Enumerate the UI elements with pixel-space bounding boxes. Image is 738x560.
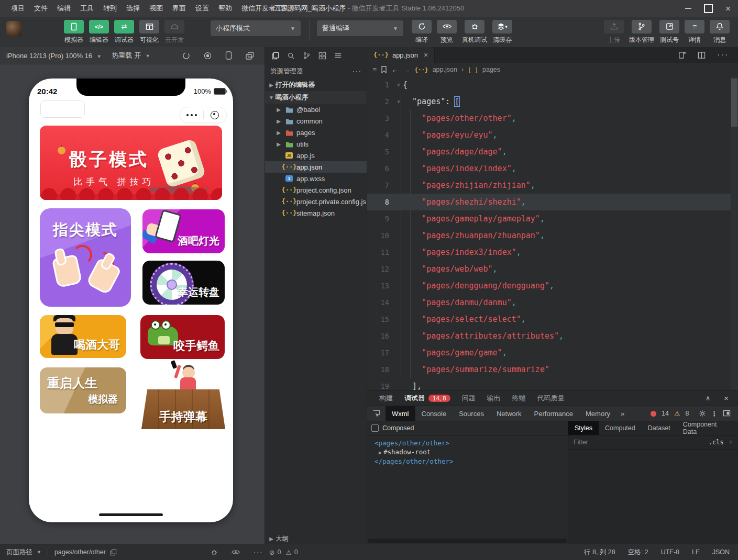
code-line-12[interactable]: 12 "pages/web/web", <box>367 261 731 277</box>
code-line-5[interactable]: 5 "pages/dage/dage", <box>367 143 731 160</box>
panel-tab-3[interactable]: 问题 <box>456 390 481 406</box>
panel-tab-4[interactable]: 输出 <box>481 390 506 406</box>
code-line-14[interactable]: 14 "pages/danmu/danmu", <box>367 294 731 311</box>
tile-restart-life[interactable]: 重启人生 模拟器 <box>40 367 126 413</box>
code-line-7[interactable]: 7 "pages/zhijian/zhijian", <box>367 177 731 194</box>
dom-close-tag[interactable]: </pages/other/other> <box>374 457 568 466</box>
collapse-panel-icon[interactable]: ∧ <box>706 394 711 402</box>
detach-window-icon[interactable] <box>246 52 254 60</box>
code-line-2[interactable]: 2∨ "pages": [ <box>367 93 731 110</box>
menu-item-1[interactable]: 项目 <box>6 4 29 13</box>
miniprogram-capsule[interactable] <box>180 107 227 123</box>
code-line-9[interactable]: 9 "pages/gameplay/gameplay", <box>367 210 731 227</box>
toggle-class-button[interactable]: .cls <box>709 439 724 446</box>
outline-section[interactable]: ▶ 大纲 <box>265 533 367 544</box>
code-line-15[interactable]: 15 "pages/select/select", <box>367 311 731 328</box>
device-debug-button[interactable]: 真机调试 <box>462 20 487 44</box>
maximize-button[interactable] <box>698 0 718 17</box>
dock-window-icon[interactable] <box>723 410 731 417</box>
panel-tab-6[interactable]: 代码质量 <box>532 390 570 406</box>
encoding[interactable]: UTF-8 <box>661 548 679 556</box>
menu-item-10[interactable]: 帮助 <box>214 4 237 13</box>
inspect-element-icon[interactable] <box>367 410 385 418</box>
dom-shadow-root[interactable]: ▶#shadow-root <box>374 447 568 457</box>
more-tabs-icon[interactable]: » <box>616 410 629 418</box>
page-path-label[interactable]: 页面路径 <box>6 548 32 557</box>
upload-button[interactable]: 上传 <box>604 20 624 44</box>
code-line-13[interactable]: 13 "pages/dengguang/dengguang", <box>367 277 731 294</box>
more-icon[interactable] <box>180 114 203 116</box>
composed-toggle[interactable]: Composed <box>367 421 568 435</box>
menu-item-11[interactable]: 微信开发者工具 <box>237 4 294 13</box>
file-common[interactable]: ▶common <box>265 115 367 127</box>
eol[interactable]: LF <box>692 548 700 556</box>
eye-icon[interactable] <box>232 549 240 555</box>
preview-button[interactable]: 预览 <box>437 20 457 44</box>
code-line-18[interactable]: 18 "pages/summarize/summarize" <box>367 361 731 378</box>
exit-icon[interactable] <box>204 111 227 119</box>
split-editor-icon[interactable] <box>698 51 706 59</box>
file-pages[interactable]: ▶pages <box>265 127 367 138</box>
tile-fingertip-mode[interactable]: 指尖模式 <box>40 208 131 307</box>
bookmark-icon[interactable] <box>381 66 387 73</box>
devtools-tab-console[interactable]: Console <box>415 406 453 421</box>
source-control-icon[interactable] <box>303 52 311 60</box>
forward-icon[interactable]: → <box>403 65 410 74</box>
code-line-1[interactable]: 1∨{ <box>367 76 731 93</box>
dom-tree[interactable]: <pages/other/other> ▶#shadow-root </page… <box>367 435 568 466</box>
file-app.js[interactable]: JSapp.js <box>265 150 367 161</box>
version-control-button[interactable]: 版本管理 <box>629 20 654 44</box>
clear-cache-button[interactable]: ▾清缓存 <box>492 20 512 44</box>
indentation[interactable]: 空格: 2 <box>628 548 648 557</box>
code-line-17[interactable]: 17 "pages/game/game", <box>367 344 731 361</box>
file-@babel[interactable]: ▶@babel <box>265 104 367 115</box>
details-button[interactable]: ≡详情 <box>685 20 704 44</box>
tile-bar-light[interactable]: 酒吧灯光 <box>142 209 225 253</box>
filter-input[interactable]: Filter <box>574 439 588 446</box>
close-panel-icon[interactable]: × <box>724 394 729 402</box>
device-select[interactable]: iPhone 12/13 (Pro) 100% 16 ▼ <box>6 52 102 60</box>
search-icon[interactable] <box>287 52 295 60</box>
code-area[interactable]: 1∨{2∨ "pages": [3 "pages/other/other",4 … <box>367 76 731 390</box>
files-icon[interactable] <box>271 52 279 60</box>
devtools-tab-network[interactable]: Network <box>490 406 528 421</box>
test-account-button[interactable]: 测试号 <box>659 20 679 44</box>
code-line-11[interactable]: 11 "pages/index3/index", <box>367 244 731 261</box>
debug-icon[interactable] <box>211 548 218 556</box>
project-section[interactable]: ▼ 喝酒小程序 <box>265 91 367 104</box>
simulator-button[interactable]: 模拟器 <box>64 20 84 44</box>
page-path-value[interactable]: pages/other/other <box>54 548 106 556</box>
code-line-6[interactable]: 6 "pages/index/index", <box>367 160 731 177</box>
style-tab-component-data[interactable]: Component Data <box>677 421 738 435</box>
back-icon[interactable]: ← <box>391 65 399 74</box>
more-actions-icon[interactable]: ··· <box>353 68 362 75</box>
problems-summary[interactable]: ⊘ 0 ⚠ 0 <box>269 548 298 556</box>
messages-button[interactable]: 消息 <box>710 20 730 44</box>
tile-drink-bro[interactable]: 喝酒大哥 <box>40 315 126 358</box>
cloud-dev-button[interactable]: 云开发 <box>164 20 184 44</box>
panel-tab-5[interactable]: 终端 <box>506 390 532 406</box>
menu-item-4[interactable]: 工具 <box>75 4 98 13</box>
open-editors-section[interactable]: ▶ 打开的编辑器 <box>265 79 367 91</box>
new-style-rule-icon[interactable]: + <box>729 439 733 446</box>
kebab-menu-icon[interactable]: ⋮ <box>711 410 718 418</box>
breadcrumb-node[interactable]: pages <box>482 66 500 73</box>
devtools-tab-wxml[interactable]: Wxml <box>385 406 415 421</box>
language-mode[interactable]: JSON <box>712 548 730 556</box>
open-preview-icon[interactable] <box>678 51 686 59</box>
settings-gear-icon[interactable] <box>699 410 706 417</box>
hot-reload-toggle[interactable]: 热重载 开 ▼ <box>112 51 150 60</box>
copy-icon[interactable] <box>110 549 117 556</box>
panel-tab-1[interactable]: 构建 <box>373 390 399 406</box>
file-project.private.config.js...[interactable]: {··}project.private.config.js... <box>265 196 367 207</box>
dom-pane-scrollbar[interactable] <box>368 539 567 543</box>
file-app.wxss[interactable]: 3app.wxss <box>265 173 367 184</box>
dice-mode-banner[interactable]: 骰子模式 比手气 拼技巧 <box>40 126 222 200</box>
dom-open-tag[interactable]: <pages/other/other> <box>374 439 568 447</box>
code-line-19[interactable]: 19 ], <box>367 378 731 390</box>
debugger-toggle-button[interactable]: ⇄调试器 <box>114 20 134 44</box>
extensions-icon[interactable] <box>318 52 326 60</box>
visualize-button[interactable]: 可视化 <box>139 20 159 44</box>
file-project.config.json[interactable]: {··}project.config.json <box>265 184 367 196</box>
device-frame-icon[interactable] <box>225 51 232 60</box>
